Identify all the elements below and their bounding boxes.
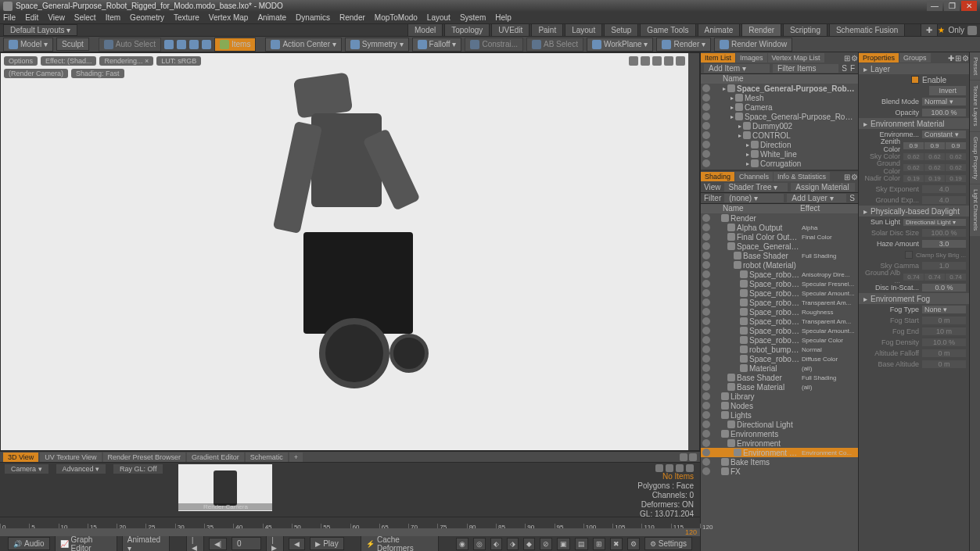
menu-texture[interactable]: Texture (174, 13, 199, 22)
shader-row[interactable]: Space_robot_Refr ...Transparent Am... (701, 317, 858, 326)
eye-icon[interactable] (702, 336, 710, 344)
key-icon-8[interactable]: ▤ (575, 538, 588, 550)
eye-icon[interactable] (702, 159, 710, 167)
lowertab-gradienteditor[interactable]: Gradient Editor (187, 453, 244, 462)
sky-exp-field[interactable]: 4.0 (922, 185, 966, 193)
eye-icon[interactable] (702, 449, 710, 456)
menu-render[interactable]: Render (339, 13, 365, 22)
shader-row[interactable]: Alpha OutputAlpha (701, 223, 858, 232)
key-icon-10[interactable]: ✖ (610, 538, 623, 550)
camera-dropdown[interactable]: Camera ▾ (5, 464, 48, 474)
shader-row[interactable]: Space_robot_Fres ...Specular Fresnel... (701, 279, 858, 288)
shtab-info&statistics[interactable]: Info & Statistics (774, 172, 830, 181)
tab-setup[interactable]: Setup (604, 23, 638, 37)
add-prop-icon[interactable]: ✚ (948, 54, 954, 63)
shader-row[interactable]: Space_robot_Anis ...Anisotropy Dire... (701, 270, 858, 279)
key-icon-9[interactable]: ⊞ (593, 538, 605, 550)
add-item-dropdown[interactable]: Add Item ▾ (704, 64, 770, 73)
sculpt-button[interactable]: Sculpt (56, 38, 89, 51)
eye-icon[interactable] (702, 280, 710, 288)
menu-animate[interactable]: Animate (257, 13, 286, 22)
lp-rotate-icon[interactable] (666, 464, 673, 472)
prev-key-button[interactable]: ◀| (209, 538, 227, 550)
menu-system[interactable]: System (460, 13, 486, 22)
proptab-properties[interactable]: Properties (859, 53, 899, 63)
layout-dropdown[interactable]: Default Layouts ▾ (3, 24, 77, 36)
fog-density-field[interactable]: 10.0 % (922, 338, 966, 346)
assign-material-button[interactable]: Assign Material (791, 183, 855, 191)
vp-camera[interactable]: (Render Camera) (4, 69, 68, 78)
lowertab-3dview[interactable]: 3D View (3, 453, 38, 462)
falloff-dropdown[interactable]: Falloff ▾ (412, 38, 462, 52)
workplane-dropdown[interactable]: WorkPlane ▾ (587, 38, 654, 52)
items-button[interactable]: Items (214, 38, 256, 52)
env-type-dropdown[interactable]: Constant ▾ (922, 131, 966, 138)
shader-row[interactable]: Base ShaderFull Shading (701, 251, 858, 260)
eye-icon[interactable] (702, 364, 710, 372)
key-icon-3[interactable]: ⬖ (490, 538, 502, 550)
shader-row[interactable]: Base ShaderFull Shading (701, 373, 858, 382)
vp-effect[interactable]: Effect: (Shad... (41, 56, 96, 66)
eye-icon[interactable] (702, 420, 710, 428)
shtab-channels[interactable]: Channels (735, 172, 773, 181)
sort-f-button[interactable]: F (850, 64, 855, 73)
item-row[interactable]: ▸Camera (701, 102, 858, 112)
sel-icon-3[interactable] (189, 40, 199, 49)
shader-row[interactable]: Space_robot_Spec...Specular Color (701, 335, 858, 345)
sky-color-field[interactable]: 0.620.620.62 (903, 153, 966, 160)
key-icon-4[interactable]: ⬗ (507, 538, 519, 550)
vp-lut[interactable]: LUT: sRGB (156, 56, 201, 66)
tab-gametools[interactable]: Game Tools (640, 23, 695, 37)
add-layer-dropdown[interactable]: Add Layer ▾ (787, 194, 846, 202)
viewport-sidebar[interactable] (688, 53, 699, 450)
advanced-dropdown[interactable]: Advanced ▾ (56, 464, 106, 474)
shader-row[interactable]: Space_robot_Glos ...Roughness (701, 307, 858, 317)
solar-disc-field[interactable]: 100.0 % (922, 229, 966, 237)
menu-moptomodo[interactable]: MopToModo (375, 13, 418, 22)
tab-render[interactable]: Render (741, 23, 781, 37)
tab-model[interactable]: Model (407, 23, 443, 37)
shader-row[interactable]: Space_robot_Diffu...Diffuse Color (701, 354, 858, 363)
key-icon-6[interactable]: ⊘ (540, 538, 552, 550)
key-icon-7[interactable]: ▣ (557, 538, 570, 550)
eye-icon[interactable] (702, 270, 710, 278)
eye-icon[interactable] (702, 411, 710, 419)
disc-inscat-field[interactable]: 0.0 % (922, 284, 966, 292)
tab-topology[interactable]: Topology (444, 23, 490, 37)
sort-s-button[interactable]: S (849, 194, 855, 202)
key-icon-2[interactable]: ◎ (473, 538, 486, 550)
render-dropdown[interactable]: Render ▾ (656, 38, 711, 52)
eye-icon[interactable] (702, 131, 710, 139)
frame-field[interactable]: 0 (232, 537, 261, 550)
tab-animate[interactable]: Animate (698, 23, 741, 37)
filter-items-field[interactable]: Filter Items (773, 64, 838, 73)
add-tab-button[interactable]: ✚ (921, 23, 938, 37)
menu-select[interactable]: Select (74, 13, 96, 22)
maximize-button[interactable]: ❐ (944, 1, 960, 11)
shader-row[interactable]: Render (701, 213, 858, 223)
eye-icon[interactable] (702, 458, 710, 466)
panel-gear-icon[interactable] (689, 453, 697, 461)
shader-row[interactable]: Nodes (701, 401, 858, 410)
shader-row[interactable]: Final Color OutputFinal Color (701, 232, 858, 242)
proptab-groups[interactable]: Groups (899, 53, 931, 63)
ground-albedo-field[interactable]: 0.740.740.74 (903, 274, 966, 281)
shader-row[interactable]: Space_robot_Opa ...Specular Amount... (701, 288, 858, 298)
viewport[interactable]: Options Effect: (Shad... Rendering... × … (0, 52, 700, 451)
eye-icon[interactable] (702, 392, 710, 400)
eye-icon[interactable] (702, 214, 710, 222)
eye-icon[interactable] (702, 430, 710, 438)
menu-geometry[interactable]: Geometry (130, 13, 164, 22)
fog-end-field[interactable]: 10 m (922, 327, 966, 335)
audio-button[interactable]: 🔊 Audio (8, 537, 50, 550)
base-altitude-field[interactable]: 0 m (922, 360, 966, 368)
shtab-shading[interactable]: Shading (701, 172, 734, 181)
eye-icon[interactable] (702, 150, 710, 158)
sel-icon-4[interactable] (202, 40, 211, 49)
panel-widget-icon[interactable]: ⊞ (955, 54, 961, 63)
shader-row[interactable]: robot_bump_bake ...Normal (701, 345, 858, 354)
vp-rendering[interactable]: Rendering... × (99, 56, 153, 66)
panel-widget-icon[interactable]: ⊞ (844, 173, 850, 181)
symmetry-dropdown[interactable]: Symmetry ▾ (345, 38, 409, 52)
eye-icon[interactable] (702, 467, 710, 475)
